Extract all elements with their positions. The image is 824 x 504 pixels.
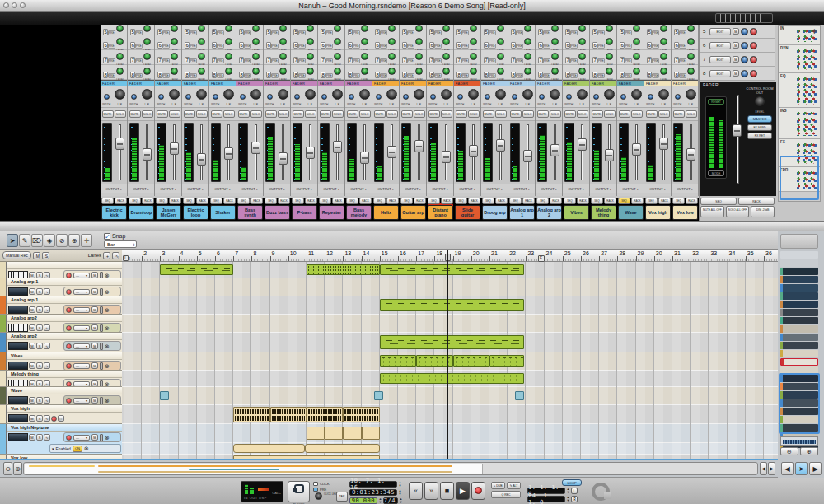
pan-knob[interactable] bbox=[250, 89, 261, 100]
track-color-tab[interactable] bbox=[0, 387, 7, 404]
track-solo-button[interactable]: S bbox=[36, 434, 43, 441]
track-row[interactable]: Vibes M S ∿ —▾ M ⊗ bbox=[0, 352, 122, 371]
pan-knob[interactable] bbox=[495, 89, 506, 100]
lane-fader[interactable] bbox=[100, 288, 103, 296]
lane-fader[interactable] bbox=[100, 343, 103, 350]
delete-lane-button[interactable]: ⊗ bbox=[105, 325, 110, 331]
fx-mute-button[interactable]: M bbox=[733, 42, 739, 49]
send-level-knob[interactable] bbox=[361, 68, 368, 75]
quantize-record-button[interactable]: Q REC bbox=[491, 491, 521, 498]
channel-rack-button[interactable]: RACK bbox=[441, 198, 453, 204]
mute-button[interactable]: MUTE bbox=[428, 110, 440, 118]
channel-seq-button[interactable]: SEQ bbox=[373, 198, 386, 204]
send-level-knob[interactable] bbox=[252, 53, 260, 60]
track-row[interactable]: Melody thing M S ∿ —▾ M ⊗ bbox=[0, 371, 122, 387]
send-level-knob[interactable] bbox=[524, 68, 531, 75]
send-level-knob[interactable] bbox=[143, 25, 151, 32]
send-level-knob[interactable] bbox=[606, 53, 613, 60]
send-level-knob[interactable] bbox=[225, 38, 232, 45]
output-selector[interactable]: OUTPUT ▾ bbox=[400, 184, 426, 193]
send-level-knob[interactable] bbox=[524, 25, 531, 32]
pan-knob[interactable] bbox=[414, 89, 424, 100]
send-pre-button[interactable]: PRE bbox=[625, 58, 632, 63]
width-knob[interactable] bbox=[512, 94, 517, 100]
track-mute-button[interactable]: M bbox=[29, 343, 35, 349]
channel-rack-button[interactable]: RACK bbox=[169, 198, 181, 204]
width-knob[interactable] bbox=[593, 94, 599, 100]
send-level-knob[interactable] bbox=[524, 38, 531, 45]
fx-pan-knob[interactable] bbox=[750, 56, 757, 63]
pan-knob[interactable] bbox=[468, 89, 479, 100]
navigator-view-selection[interactable] bbox=[780, 156, 819, 200]
send-level-knob[interactable] bbox=[334, 25, 341, 32]
fast-forward-button[interactable]: » bbox=[424, 482, 438, 500]
record-arm-button[interactable] bbox=[66, 398, 72, 404]
channel-name[interactable]: Vibes bbox=[564, 205, 589, 220]
time-signature-display[interactable]: 7/4 bbox=[383, 497, 398, 504]
solo-button[interactable]: SOLO bbox=[359, 110, 371, 118]
fx-edit-button[interactable]: EDIT bbox=[709, 56, 731, 63]
dub-button[interactable]: + DUB bbox=[491, 482, 505, 489]
channel-fader[interactable] bbox=[305, 123, 316, 182]
send-level-knob[interactable] bbox=[198, 53, 205, 60]
device-thumbnail[interactable] bbox=[8, 287, 28, 296]
channel-fader[interactable] bbox=[196, 123, 207, 182]
pan-knob[interactable] bbox=[441, 89, 452, 100]
track-row[interactable]: M S ∿ —▾ M ⊗ bbox=[0, 262, 122, 278]
send-level-knob[interactable] bbox=[633, 68, 640, 75]
note-clip[interactable] bbox=[325, 427, 343, 440]
send-pre-button[interactable]: PRE bbox=[162, 44, 170, 49]
mute-button[interactable]: MUTE bbox=[320, 110, 331, 118]
send-level-knob[interactable] bbox=[252, 25, 260, 32]
send-pre-button[interactable]: PRE bbox=[380, 73, 387, 78]
take-dropdown[interactable]: —▾ bbox=[73, 289, 90, 295]
track-automation-button[interactable]: ∿ bbox=[44, 380, 50, 387]
send-level-knob[interactable] bbox=[470, 25, 477, 32]
lane-fader[interactable] bbox=[100, 362, 103, 370]
channel-rack-button[interactable]: RACK bbox=[686, 198, 698, 204]
width-knob[interactable] bbox=[131, 94, 137, 100]
channel-seq-button[interactable]: SEQ bbox=[455, 198, 467, 204]
rack-device-thumbnail[interactable] bbox=[780, 358, 818, 366]
mute-button[interactable]: MUTE bbox=[157, 110, 168, 118]
send-level-knob[interactable] bbox=[116, 68, 124, 75]
channel-seq-button[interactable]: SEQ bbox=[319, 198, 331, 204]
channel-fader[interactable] bbox=[359, 123, 370, 182]
mixer-navigator[interactable]: IN DYN EQ INS FX FDR bbox=[778, 25, 821, 202]
rack-device-thumbnail[interactable] bbox=[780, 350, 818, 357]
send-pre-button[interactable]: PRE bbox=[625, 44, 632, 49]
output-selector[interactable]: OUTPUT ▾ bbox=[481, 184, 508, 193]
device-thumbnail[interactable] bbox=[8, 306, 28, 314]
track-automation-button[interactable]: ∿ bbox=[44, 272, 50, 278]
width-knob[interactable] bbox=[675, 94, 681, 100]
output-selector[interactable]: OUTPUT ▾ bbox=[372, 184, 399, 193]
monitor-button[interactable]: ▷ bbox=[58, 415, 64, 422]
send-pre-button[interactable]: PRE bbox=[108, 44, 115, 49]
channel-name[interactable]: Drumloop bbox=[129, 205, 154, 220]
channel-rack-button[interactable]: RACK bbox=[305, 198, 317, 204]
take-dropdown[interactable]: —▾ bbox=[73, 435, 90, 441]
window-controls[interactable] bbox=[3, 2, 26, 8]
solo-button[interactable]: SOLO bbox=[278, 110, 289, 118]
rack-navigator-scroll-top[interactable] bbox=[780, 234, 818, 249]
audio-clip[interactable] bbox=[270, 407, 307, 422]
track-solo-button[interactable]: S bbox=[36, 380, 43, 387]
take-dropdown[interactable]: —▾ bbox=[73, 398, 90, 404]
pan-knob[interactable] bbox=[550, 89, 560, 100]
width-knob[interactable] bbox=[158, 94, 164, 100]
width-knob[interactable] bbox=[104, 94, 110, 100]
channel-rack-button[interactable]: RACK bbox=[359, 198, 372, 204]
channel-seq-button[interactable]: SEQ bbox=[591, 198, 603, 204]
send-level-knob[interactable] bbox=[551, 68, 559, 75]
mute-button[interactable]: MUTE bbox=[510, 110, 522, 118]
track-color-tab[interactable] bbox=[0, 315, 7, 332]
mute-button[interactable]: MUTE bbox=[401, 110, 413, 118]
note-clip[interactable] bbox=[362, 427, 380, 440]
send-level-knob[interactable] bbox=[551, 25, 559, 32]
click-checkbox[interactable] bbox=[313, 482, 318, 486]
send-level-knob[interactable] bbox=[687, 25, 695, 32]
hzoom-in-button[interactable]: ▶ bbox=[809, 462, 822, 475]
track-color-tab[interactable] bbox=[0, 424, 7, 454]
solo-button[interactable]: SOLO bbox=[686, 110, 697, 118]
solo-button[interactable]: SOLO bbox=[414, 110, 425, 118]
